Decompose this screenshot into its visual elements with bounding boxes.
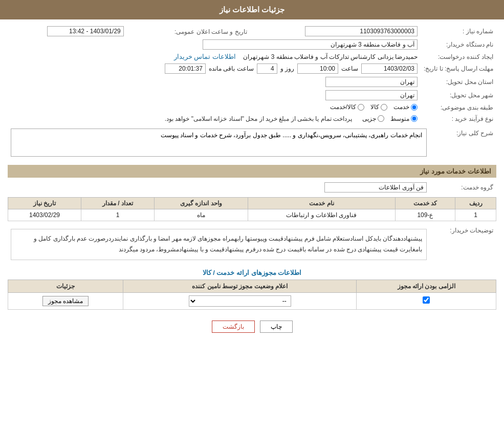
delivery-city-label: شهر محل تحویل: [421, 89, 496, 102]
process-note: پرداخت تمام یا بخشی از مبلغ خرید از محل … [165, 115, 352, 122]
permits-table: الزامی بودن ارائه مجوز اعلام وضعیت مجوز … [8, 280, 496, 310]
requester-label: ایجاد کننده درخواست: [421, 51, 496, 62]
service-group-label: گروه خدمت: [430, 181, 496, 194]
reply-time-label: ساعت [341, 65, 358, 72]
reply-days-label: روز و [280, 65, 294, 72]
service-group-input[interactable] [324, 182, 427, 193]
description-label: شرح کلی نیاز: [430, 127, 496, 160]
services-section-title: اطلاعات خدمات مورد نیاز [8, 165, 496, 178]
subject-radio-goods-service[interactable]: کالا/خدمت [330, 103, 364, 111]
back-button[interactable]: بازگشت [212, 321, 255, 333]
reply-date-input[interactable] [361, 63, 418, 74]
table-row: 1 ع-109 فناوری اطلاعات و ارتباطات ماه 1 … [8, 209, 496, 221]
process-label: نوع فرآیند خرید : [421, 114, 496, 124]
col-service-code: کد خدمت [395, 197, 455, 209]
announce-datetime-label: تاریخ و ساعت اعلان عمومی: [174, 28, 247, 35]
main-content: شماره نیاز : تاریخ و ساعت اعلان عمومی: ن… [0, 19, 504, 343]
permit-status-select[interactable]: -- [189, 295, 291, 307]
subject-label: طبقه بندی موضوعی: [421, 102, 496, 114]
process-radio-group: متوسط جزیی [362, 115, 418, 122]
process-radio-partial[interactable]: جزیی [362, 115, 384, 122]
top-info-table: شماره نیاز : تاریخ و ساعت اعلان عمومی: ن… [8, 25, 496, 124]
delivery-city-input[interactable] [325, 90, 418, 100]
reply-remaining-label: ساعت باقی مانده [209, 65, 254, 72]
permits-col-status: اعلام وضعیت مجوز توسط نامین کننده [123, 280, 357, 292]
announce-datetime-input[interactable] [47, 26, 124, 36]
delivery-province-input[interactable] [325, 77, 418, 87]
buyer-org-input[interactable] [203, 39, 418, 50]
cell-row: 1 [455, 209, 496, 221]
col-quantity: تعداد / مقدار [81, 197, 155, 209]
need-number-label: شماره نیاز : [421, 25, 496, 38]
page-header: جزئیات اطلاعات نیاز [0, 0, 504, 19]
process-radio-medium[interactable]: متوسط [390, 115, 418, 122]
subject-radio-group: خدمت کالا کالا/خدمت [330, 103, 418, 111]
view-permit-button[interactable]: مشاهده مجوز [42, 296, 89, 306]
cell-code: ع-109 [395, 209, 455, 221]
page-wrapper: جزئیات اطلاعات نیاز شماره نیاز : تاریخ و… [0, 0, 504, 448]
footer-buttons: چاپ بازگشت [8, 313, 496, 338]
reply-remaining-input[interactable] [165, 63, 206, 74]
buyer-notes-content: پیشنهاددهندگان بایدکل اسنادستعلام شامل ف… [11, 229, 427, 260]
subject-radio-goods[interactable]: کالا [370, 103, 387, 111]
delivery-province-label: استان محل تحویل: [421, 75, 496, 89]
description-table: شرح کلی نیاز: [8, 127, 496, 160]
permit-required-checkbox[interactable] [423, 296, 430, 304]
permit-status-cell: -- [123, 292, 357, 309]
requester-contact-link[interactable]: اطلاعات تماس خریدار [174, 53, 236, 60]
description-textarea[interactable] [11, 129, 427, 157]
buyer-notes-table: توضیحات خریدار: پیشنهاددهندگان بایدکل اس… [8, 224, 496, 265]
cell-quantity: 1 [81, 209, 155, 221]
cell-date: 1403/02/29 [8, 209, 81, 221]
cell-name: فناوری اطلاعات و ارتباطات [248, 209, 396, 221]
requester-value: حمیدرضا یزدانی کارشناس تدارکات آب و فاضل… [243, 53, 418, 60]
buyer-notes-label: توضیحات خریدار: [430, 224, 496, 265]
permits-section-title: اطلاعات مجوزهای ارائه خدمت / کالا [8, 269, 496, 276]
list-item: -- مشاهده مجوز [8, 292, 496, 309]
print-button[interactable]: چاپ [260, 321, 293, 333]
reply-time-input[interactable] [297, 63, 338, 74]
service-group-table: گروه خدمت: [8, 181, 496, 194]
buyer-org-label: نام دستگاه خریدار: [421, 38, 496, 51]
col-unit: واحد اندازه گیری [154, 197, 248, 209]
permits-col-details: جزئیات [8, 280, 123, 292]
col-row: ردیف [455, 197, 496, 209]
reply-deadline-label: مهلت ارسال پاسخ: تا تاریخ: [421, 62, 496, 75]
page-title: جزئیات اطلاعات نیاز [220, 5, 284, 14]
cell-unit: ماه [154, 209, 248, 221]
col-date: تاریخ نیاز [8, 197, 81, 209]
col-service-name: نام خدمت [248, 197, 396, 209]
subject-radio-service[interactable]: خدمت [393, 103, 418, 111]
reply-days-input[interactable] [257, 63, 277, 74]
permits-col-required: الزامی بودن ارائه مجوز [357, 280, 496, 292]
permit-details-cell: مشاهده مجوز [8, 292, 123, 309]
need-number-input[interactable] [305, 26, 418, 36]
permit-required-cell [357, 292, 496, 309]
services-table: ردیف کد خدمت نام خدمت واحد اندازه گیری ت… [8, 197, 496, 221]
